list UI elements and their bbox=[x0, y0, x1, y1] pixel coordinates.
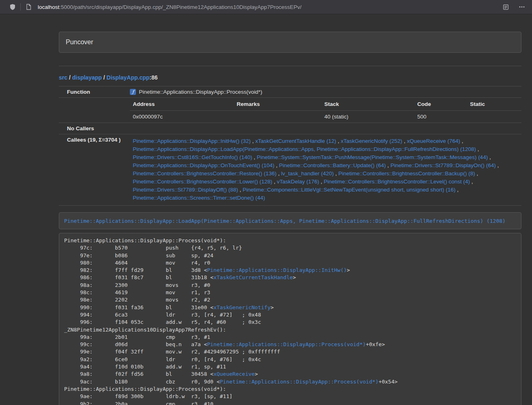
reader-view-icon[interactable] bbox=[502, 3, 509, 11]
function-name: Pinetime::Applications::DisplayApp::Proc… bbox=[139, 89, 262, 95]
breadcrumb: src / displayapp / DisplayApp.cpp:86 bbox=[59, 74, 521, 81]
metrics-header-row: Address Remarks Stack Code Static bbox=[130, 98, 521, 111]
disassembly-symbol-link[interactable]: xTaskGetCurrentTaskHandle bbox=[213, 274, 293, 280]
callee-link[interactable]: xTaskGenericNotify (252) bbox=[341, 138, 403, 144]
url-path: :5000/path/src/displayapp/DisplayApp.cpp… bbox=[59, 4, 302, 10]
callee-link[interactable]: Pinetime::Applications::Screens::Timer::… bbox=[133, 195, 265, 201]
function-row: Function ƒ Pinetime::Applications::Displ… bbox=[59, 86, 521, 98]
callee-link[interactable]: Pinetime::Applications::DisplayApp::Load… bbox=[133, 146, 476, 152]
code-value: 500 bbox=[414, 111, 467, 123]
url-domain: localhost bbox=[38, 4, 59, 10]
remarks-value bbox=[234, 111, 321, 123]
callee-link[interactable]: Pinetime::Controllers::Battery::Update()… bbox=[279, 162, 386, 168]
metrics-value-row: 0x0000097c 40 (static) 500 bbox=[130, 111, 521, 123]
col-address: Address bbox=[130, 98, 234, 111]
callee-link[interactable]: Pinetime::Drivers::St7789::DisplayOn() (… bbox=[390, 162, 496, 168]
metrics-table: Address Remarks Stack Code Static 0x0000… bbox=[130, 98, 521, 123]
breadcrumb-link[interactable]: displayapp bbox=[72, 74, 102, 81]
no-callers-label: No Callers bbox=[59, 123, 124, 134]
callee-link[interactable]: Pinetime::Controllers::BrightnessControl… bbox=[324, 179, 470, 185]
metrics-row: Address Remarks Stack Code Static 0x0000… bbox=[59, 98, 521, 123]
stack-value: 40 (static) bbox=[321, 111, 414, 123]
callee-link[interactable]: Pinetime::Applications::DisplayApp::Init… bbox=[133, 138, 250, 144]
symbol-panel: Pinetime::Applications::DisplayApp::Load… bbox=[59, 212, 521, 229]
page-title: Puncover bbox=[66, 39, 93, 45]
col-code: Code bbox=[414, 98, 467, 111]
col-remarks: Remarks bbox=[234, 98, 321, 111]
disassembly-symbol-link[interactable]: xQueueReceive bbox=[213, 371, 255, 377]
address-value: 0x0000097c bbox=[130, 111, 234, 123]
function-table: Function ƒ Pinetime::Applications::Displ… bbox=[59, 86, 521, 206]
disassembly-symbol-link[interactable]: Pinetime::Applications::DisplayApp::Proc… bbox=[207, 341, 366, 347]
static-value bbox=[467, 111, 521, 123]
no-callers-row: No Callers bbox=[59, 123, 521, 134]
horizontal-rule bbox=[59, 66, 521, 66]
disassembly-symbol-link[interactable]: Pinetime::Applications::DisplayApp::Proc… bbox=[220, 379, 379, 385]
breadcrumb-link[interactable]: DisplayApp.cpp bbox=[107, 74, 150, 81]
content-container: Puncover src / displayapp / DisplayApp.c… bbox=[59, 32, 521, 405]
callees-label: Callees (19, Σ=3704 ) bbox=[59, 134, 124, 206]
breadcrumb-line-number: :86 bbox=[149, 74, 157, 81]
callee-link[interactable]: Pinetime::Applications::DisplayApp::OnTo… bbox=[133, 162, 274, 168]
symbol-panel-link[interactable]: Pinetime::Applications::DisplayApp::Load… bbox=[64, 218, 506, 224]
callee-link[interactable]: xTaskGetCurrentTaskHandle (12) bbox=[255, 138, 336, 144]
callee-link[interactable]: Pinetime::Components::LittleVgl::SetNewT… bbox=[243, 187, 456, 193]
callee-link[interactable]: Pinetime::System::SystemTask::PushMessag… bbox=[257, 154, 488, 160]
breadcrumb-link[interactable]: src bbox=[59, 74, 67, 81]
disassembly-symbol-link[interactable]: Pinetime::Applications::DisplayApp::Init… bbox=[207, 267, 347, 273]
function-row-label: Function bbox=[59, 86, 124, 98]
toolbar-actions bbox=[502, 3, 527, 11]
disassembly-symbol-link[interactable]: xTaskGenericNotify bbox=[213, 304, 271, 310]
callees-list: Pinetime::Applications::DisplayApp::Init… bbox=[130, 137, 518, 203]
callee-link[interactable]: xQueueReceive (764) bbox=[407, 138, 460, 144]
browser-chrome: localhost:5000/path/src/displayapp/Displ… bbox=[0, 0, 532, 14]
disassembly-panel: Pinetime::Applications::DisplayApp::Proc… bbox=[59, 233, 521, 405]
col-stack: Stack bbox=[321, 98, 414, 111]
callee-link[interactable]: Pinetime::Controllers::BrightnessControl… bbox=[133, 170, 276, 177]
callee-link[interactable]: Pinetime::Controllers::BrightnessControl… bbox=[133, 179, 272, 185]
url-bar[interactable]: localhost:5000/path/src/displayapp/Displ… bbox=[38, 4, 502, 10]
metrics-row-spacer bbox=[59, 98, 124, 123]
breadcrumb-links: src / displayapp / DisplayApp.cpp bbox=[59, 74, 149, 81]
disassembly-pre: Pinetime::Applications::DisplayApp::Proc… bbox=[59, 233, 521, 405]
callee-link[interactable]: Pinetime::Drivers::St7789::DisplayOff() … bbox=[133, 187, 238, 193]
tracking-protection-shield-icon[interactable] bbox=[9, 3, 16, 11]
callee-link[interactable]: Pinetime::Drivers::Cst816S::GetTouchInfo… bbox=[133, 154, 252, 160]
col-static: Static bbox=[467, 98, 521, 111]
puncover-header-panel: Puncover bbox=[59, 32, 521, 53]
toolbar-divider bbox=[20, 3, 21, 11]
page-icon bbox=[25, 3, 32, 11]
function-icon: ƒ bbox=[130, 89, 136, 95]
callees-row: Callees (19, Σ=3704 ) Pinetime::Applicat… bbox=[59, 134, 521, 206]
callee-link[interactable]: Pinetime::Controllers::BrightnessControl… bbox=[338, 170, 475, 177]
callee-link[interactable]: lv_task_handler (420) bbox=[281, 170, 334, 177]
callee-link[interactable]: vTaskDelay (176) bbox=[277, 179, 319, 185]
more-options-icon[interactable] bbox=[518, 3, 526, 11]
